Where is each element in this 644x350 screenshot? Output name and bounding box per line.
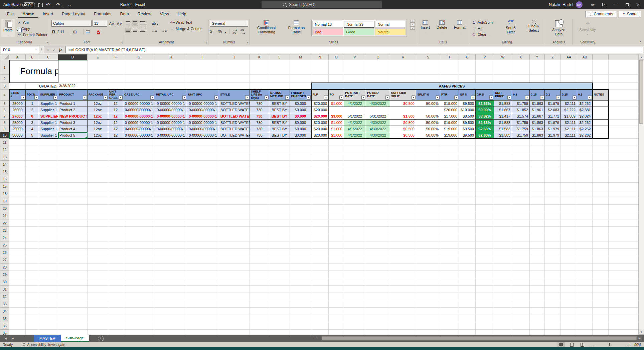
cell[interactable]	[545, 205, 561, 212]
cell[interactable]	[530, 212, 545, 219]
cell[interactable]	[344, 161, 366, 168]
cell[interactable]	[26, 278, 39, 286]
cell[interactable]	[123, 256, 155, 264]
cell[interactable]	[609, 286, 639, 293]
cell[interactable]	[250, 146, 269, 153]
cell[interactable]	[609, 322, 639, 330]
cell[interactable]	[290, 286, 311, 293]
cell[interactable]	[530, 190, 545, 197]
column-header[interactable]	[609, 54, 639, 60]
filter-button[interactable]: ▼	[489, 96, 493, 100]
cell[interactable]	[577, 249, 593, 256]
style-normal-29[interactable]: Normal 29	[344, 21, 374, 28]
cell[interactable]	[390, 278, 416, 286]
cell-C8[interactable]: Supplier 1	[39, 120, 58, 126]
cell[interactable]	[593, 139, 609, 146]
cell[interactable]	[108, 271, 123, 278]
cell-T8[interactable]: $19.000	[440, 120, 459, 126]
cell[interactable]	[58, 315, 88, 322]
redo-button[interactable]: ↷⌄	[56, 2, 63, 7]
cell[interactable]	[344, 308, 366, 315]
cell[interactable]	[530, 249, 545, 256]
fill-button[interactable]: ↓Fill⌄	[471, 26, 498, 31]
cell-Z6[interactable]	[593, 107, 609, 113]
cell[interactable]	[219, 83, 250, 90]
cell[interactable]	[390, 227, 416, 234]
cell[interactable]	[530, 322, 545, 330]
cell[interactable]	[9, 241, 26, 249]
cell[interactable]	[390, 190, 416, 197]
cell[interactable]	[494, 322, 512, 330]
cell[interactable]	[311, 183, 329, 190]
cell[interactable]	[530, 183, 545, 190]
cell[interactable]	[269, 219, 290, 227]
fill-color-button[interactable]	[86, 30, 90, 33]
pen-mode-icon[interactable]: ✏	[587, 0, 599, 9]
cell[interactable]	[290, 234, 311, 241]
cell-Z7[interactable]	[593, 113, 609, 120]
column-header-AA[interactable]: AA	[561, 54, 577, 60]
cell[interactable]	[329, 322, 344, 330]
cell[interactable]	[290, 146, 311, 153]
autosum-button[interactable]: ΣAutoSum⌄	[471, 20, 498, 25]
cell[interactable]	[344, 205, 366, 212]
cell[interactable]	[530, 293, 545, 300]
cell[interactable]	[344, 175, 366, 183]
cell-U7[interactable]: $8.500	[459, 113, 476, 120]
cell[interactable]	[26, 264, 39, 271]
cell[interactable]	[476, 322, 494, 330]
cell[interactable]	[545, 249, 561, 256]
cell[interactable]	[155, 241, 187, 249]
cell[interactable]	[290, 241, 311, 249]
cell[interactable]	[9, 278, 26, 286]
cell-Z5[interactable]	[593, 101, 609, 107]
cell[interactable]	[123, 286, 155, 293]
cell[interactable]	[58, 241, 88, 249]
cell-Y5[interactable]: $1.863	[530, 101, 545, 107]
cell[interactable]	[187, 168, 219, 175]
row-header-9[interactable]: 9	[0, 126, 9, 132]
page-break-view-button[interactable]	[579, 342, 586, 347]
cell-J6[interactable]: BOTTLED WATER	[219, 107, 250, 113]
format-painter-button[interactable]: ✒Format Painter	[16, 32, 48, 37]
cell-G5[interactable]: 0-00000-00000-1	[123, 101, 155, 107]
cell[interactable]	[344, 278, 366, 286]
cell[interactable]	[593, 308, 609, 315]
cell[interactable]	[609, 308, 639, 315]
cell[interactable]	[108, 197, 123, 205]
cell-K8[interactable]: 730	[250, 120, 269, 126]
cell[interactable]	[609, 241, 639, 249]
cell[interactable]	[530, 153, 545, 161]
zoom-out-button[interactable]: −	[590, 343, 592, 347]
cell[interactable]	[545, 227, 561, 234]
cell[interactable]	[9, 153, 26, 161]
cell[interactable]	[593, 153, 609, 161]
cell[interactable]	[512, 234, 530, 241]
cell[interactable]	[108, 219, 123, 227]
cell[interactable]	[88, 83, 108, 90]
cell[interactable]	[250, 271, 269, 278]
cell-F6[interactable]: 12	[108, 107, 123, 113]
cell[interactable]	[329, 293, 344, 300]
cell-K6[interactable]: 730	[250, 107, 269, 113]
cell[interactable]	[459, 219, 476, 227]
cell[interactable]	[311, 153, 329, 161]
cell[interactable]	[88, 205, 108, 212]
cell-E6[interactable]: 12oz	[88, 107, 108, 113]
cell[interactable]	[39, 197, 58, 205]
cell[interactable]	[123, 197, 155, 205]
header-unit-upc[interactable]: UNIT UPC▼	[187, 90, 219, 101]
filter-button[interactable]: ▼	[324, 96, 328, 100]
cell[interactable]	[311, 60, 329, 75]
cell[interactable]	[187, 264, 219, 271]
cell[interactable]	[123, 315, 155, 322]
cell[interactable]	[390, 241, 416, 249]
cell-J9[interactable]: BOTTLED WATER	[219, 126, 250, 132]
cell[interactable]	[269, 139, 290, 146]
font-size-select[interactable]: 11⌄	[93, 20, 107, 27]
cell[interactable]	[187, 293, 219, 300]
minimize-button[interactable]: —	[610, 0, 621, 9]
cell[interactable]	[545, 293, 561, 300]
normal-view-button[interactable]	[557, 342, 565, 347]
cell[interactable]	[494, 183, 512, 190]
